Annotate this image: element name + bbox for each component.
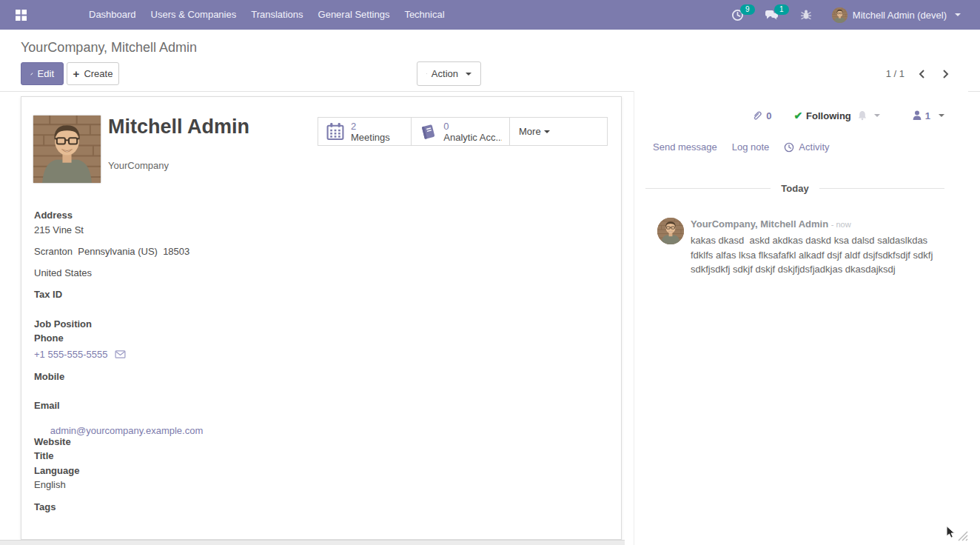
- form-sheet: Mitchell Admin YourCompany 2 Meetings: [21, 96, 622, 540]
- activities-menu-button[interactable]: 9: [730, 7, 746, 23]
- menu-dashboard[interactable]: Dashboard: [81, 0, 144, 30]
- chevron-down-icon: [544, 130, 550, 133]
- paperclip-icon: [751, 110, 762, 121]
- meetings-count: 2: [351, 121, 390, 132]
- menu-users-companies[interactable]: Users & Companies: [144, 0, 244, 30]
- field-value-city-state-zip: Scranton Pennsylvania (US) 18503: [34, 246, 189, 257]
- attachments-button[interactable]: 0: [751, 110, 771, 121]
- following-label: Following: [806, 110, 851, 121]
- schedule-activity-button[interactable]: Activity: [784, 141, 829, 153]
- user-menu-button[interactable]: Mitchell Admin (devel): [832, 7, 961, 23]
- contact-company: YourCompany: [108, 160, 169, 171]
- more-label: More: [519, 126, 541, 137]
- field-label-job-position: Job Position: [34, 318, 92, 330]
- plus-icon: +: [73, 69, 80, 78]
- chatter-topbar: 0 ✔ Following 1: [645, 110, 944, 121]
- odoo-contact-form-screen: Dashboard Users & Companies Translations…: [0, 0, 980, 545]
- wrench-icon: [426, 69, 427, 78]
- create-button-label: Create: [84, 68, 113, 79]
- chevron-down-icon: [466, 73, 471, 76]
- chatter-message: YourCompany, Mitchell Admin - now kakas …: [657, 218, 946, 277]
- message-author[interactable]: YourCompany, Mitchell Admin: [691, 218, 828, 230]
- followers-dropdown-button[interactable]: 1: [913, 110, 944, 121]
- grid-icon: [15, 9, 27, 21]
- debug-menu-button[interactable]: [798, 7, 814, 23]
- activity-clock-icon: [784, 142, 794, 153]
- bug-icon: [800, 9, 812, 21]
- chevron-left-icon: [918, 68, 926, 80]
- field-value-language: English: [34, 479, 66, 490]
- stat-button-group: 2 Meetings 0 Analytic Acc...: [318, 117, 608, 146]
- chatter-actions: Send message Log note Activity: [653, 141, 830, 153]
- field-label-tags: Tags: [34, 501, 56, 512]
- field-label-address: Address: [34, 210, 73, 221]
- field-label-website: Website: [34, 436, 71, 447]
- subscription-dropdown-button[interactable]: [857, 110, 880, 121]
- pager-count: 1 / 1: [886, 68, 905, 79]
- bell-icon: [857, 110, 867, 121]
- edit-button-label: Edit: [38, 68, 54, 79]
- message-count-badge: 1: [774, 4, 789, 15]
- edit-button[interactable]: Edit: [21, 62, 64, 85]
- menu-general-settings[interactable]: General Settings: [311, 0, 397, 30]
- field-label-phone: Phone: [34, 332, 64, 344]
- message-author-avatar[interactable]: [657, 218, 684, 244]
- pencil-icon: [30, 70, 33, 78]
- pager: 1 / 1: [886, 62, 952, 85]
- chevron-down-icon: [955, 13, 961, 16]
- meetings-label: Meetings: [351, 132, 390, 143]
- action-dropdown-button[interactable]: Action: [417, 61, 481, 86]
- following-button[interactable]: ✔ Following: [793, 110, 850, 121]
- field-label-email: Email: [34, 400, 60, 411]
- activity-count-badge: 9: [740, 4, 755, 15]
- breadcrumb: YourCompany, Mitchell Admin: [21, 40, 197, 56]
- user-name: Mitchell Admin (devel): [853, 10, 947, 21]
- follower-person-icon: [913, 110, 922, 121]
- analytic-count: 0: [443, 121, 502, 132]
- check-icon: ✔: [793, 110, 802, 121]
- contact-name: Mitchell Admin: [108, 116, 249, 138]
- chevron-down-icon: [939, 114, 944, 117]
- chevron-down-icon: [874, 114, 880, 117]
- pager-previous-button[interactable]: [915, 67, 928, 81]
- activity-label: Activity: [799, 141, 829, 153]
- field-label-language: Language: [34, 465, 79, 476]
- top-navbar: Dashboard Users & Companies Translations…: [0, 0, 980, 30]
- date-divider-label: Today: [781, 183, 808, 194]
- message-content: YourCompany, Mitchell Admin - now kakas …: [691, 218, 946, 277]
- message-header: YourCompany, Mitchell Admin - now: [691, 218, 946, 231]
- action-button-label: Action: [432, 68, 458, 79]
- analytic-label: Analytic Acc...: [443, 132, 502, 143]
- apps-menu-icon[interactable]: [6, 0, 36, 30]
- field-value-street: 215 Vine St: [34, 224, 84, 235]
- navbar-systray: 9 1: [730, 7, 980, 23]
- pager-next-button[interactable]: [939, 67, 952, 81]
- messages-menu-button[interactable]: 1: [764, 7, 780, 23]
- email-link[interactable]: admin@yourcompany.example.com: [50, 425, 204, 436]
- field-label-mobile: Mobile: [34, 371, 64, 382]
- menu-technical[interactable]: Technical: [397, 0, 452, 30]
- calendar-icon: [326, 122, 345, 141]
- contact-photo[interactable]: [33, 116, 101, 183]
- meetings-stat-button[interactable]: 2 Meetings: [318, 117, 412, 146]
- attachments-count: 0: [766, 110, 771, 121]
- horizontal-scrollbar[interactable]: [0, 540, 625, 545]
- field-label-tax-id: Tax ID: [34, 289, 62, 300]
- phone-link[interactable]: +1 555-555-5555: [34, 349, 107, 360]
- field-value-phone-row: +1 555-555-5555: [34, 349, 126, 360]
- resize-grip-icon[interactable]: [957, 530, 968, 541]
- menu-translations[interactable]: Translations: [244, 0, 310, 30]
- log-note-button[interactable]: Log note: [732, 141, 770, 153]
- analytic-accounts-stat-button[interactable]: 0 Analytic Acc...: [412, 117, 510, 146]
- create-button[interactable]: + Create: [67, 62, 119, 85]
- send-message-button[interactable]: Send message: [653, 141, 717, 153]
- date-divider: Today: [645, 183, 944, 194]
- more-dropdown-button[interactable]: More: [510, 117, 608, 146]
- field-value-country: United States: [34, 267, 92, 278]
- followers-count: 1: [925, 110, 930, 121]
- control-panel: YourCompany, Mitchell Admin Edit + Creat…: [0, 30, 980, 92]
- message-body: kakas dkasd askd akdkas daskd ksa dalsd …: [691, 233, 946, 277]
- chevron-right-icon: [942, 68, 950, 80]
- envelope-icon[interactable]: [115, 350, 126, 358]
- chatter-panel: 0 ✔ Following 1: [634, 91, 968, 545]
